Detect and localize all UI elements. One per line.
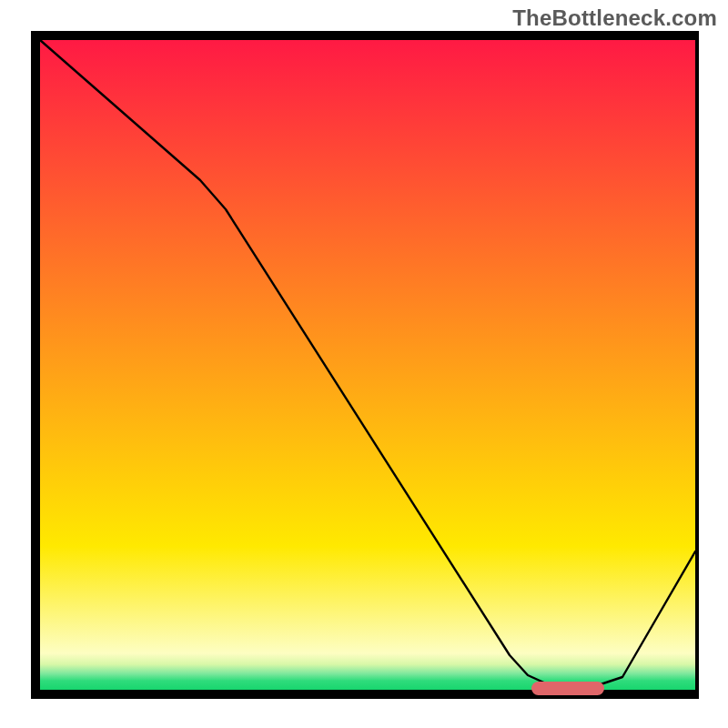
chart-frame: TheBottleneck.com (0, 0, 728, 728)
watermark-text: TheBottleneck.com (512, 5, 717, 31)
bottleneck-curve (0, 0, 728, 728)
optimal-range-marker (531, 682, 604, 695)
